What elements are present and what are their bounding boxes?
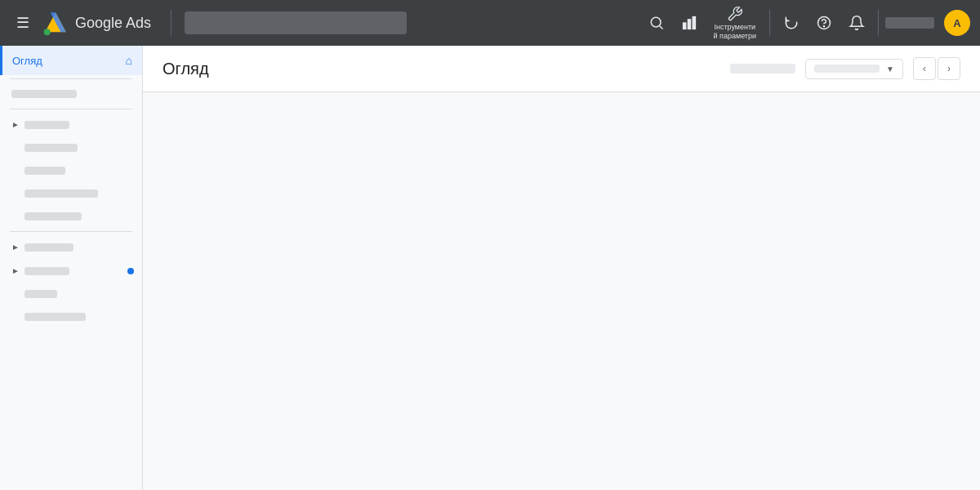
top-navigation: ☰ Google Ads [0,0,980,46]
top-search-bar[interactable] [185,11,407,34]
sidebar-item-6[interactable] [0,205,142,228]
main-layout: Огляд ⌂ ► [0,46,980,490]
svg-line-4 [659,26,662,29]
date-range-dropdown[interactable]: ▼ [805,59,903,79]
chevron-icon: ► [11,243,20,252]
prev-button[interactable]: ‹ [913,57,936,80]
header-actions: ▼ ‹ › [730,57,960,80]
app-title: Google Ads [75,15,151,32]
sidebar-label-bar [24,243,74,252]
notifications-button[interactable] [842,11,871,34]
sidebar-item-4[interactable] [0,159,142,182]
reports-icon [681,15,697,31]
sidebar-label-bar [24,290,57,298]
sidebar-label-bar [24,267,69,275]
content-area: Огляд ▼ ‹ › [143,46,980,490]
header-label-bar [730,64,795,74]
sidebar-item-overview[interactable]: Огляд ⌂ [0,46,142,75]
nav-arrows: ‹ › [913,57,960,80]
search-button[interactable] [642,11,671,34]
tools-label: Інструментий параметри [714,23,756,41]
nav-icon-divider [769,10,770,36]
account-name-bar [885,17,934,29]
sidebar-item-2[interactable]: ► [0,113,142,136]
google-ads-logo-icon [42,10,69,36]
dropdown-chevron-icon: ▼ [886,65,894,74]
notifications-icon [849,15,865,31]
content-body [143,92,980,490]
reports-button[interactable] [675,11,704,34]
sidebar-label-bar [24,313,86,321]
sidebar-label-bar [24,189,98,198]
sidebar: Огляд ⌂ ► [0,46,143,490]
nav-icons-group: Інструментий параметри A [642,2,970,44]
nav-divider [171,10,172,36]
sidebar-label-bar [24,167,65,175]
sidebar-overview-label: Огляд [12,55,42,67]
sidebar-item-10[interactable] [0,305,142,328]
sidebar-item-9[interactable] [0,283,142,305]
refresh-button[interactable] [777,11,806,34]
hamburger-menu-icon[interactable]: ☰ [10,7,36,38]
home-icon: ⌂ [126,54,132,67]
sidebar-label-bar [24,144,78,152]
svg-point-3 [651,17,661,27]
nav-icon-divider-2 [878,10,879,36]
sidebar-divider-2 [10,109,132,109]
sidebar-divider-3 [10,231,132,232]
sidebar-label-bar [24,121,69,129]
sidebar-item-1[interactable] [0,82,142,105]
svg-point-9 [823,26,824,27]
svg-rect-6 [688,20,690,29]
sidebar-label-bar [11,90,77,98]
tools-icon [727,6,743,22]
next-button[interactable]: › [938,57,960,80]
sidebar-item-8[interactable]: ► [0,259,142,283]
svg-rect-7 [693,17,695,29]
refresh-icon [783,15,800,31]
user-avatar[interactable]: A [944,10,970,36]
help-button[interactable] [809,11,839,34]
tools-button[interactable]: Інструментий параметри [707,2,763,44]
notification-dot [127,268,134,274]
sidebar-label-bar [24,212,82,220]
sidebar-item-7[interactable]: ► [0,235,142,259]
content-header: Огляд ▼ ‹ › [143,46,980,92]
help-icon [816,15,832,31]
svg-rect-5 [683,23,685,29]
sidebar-divider-1 [10,78,132,79]
sidebar-item-5[interactable] [0,182,142,205]
svg-point-2 [44,29,51,35]
dropdown-label-bar [814,65,880,73]
search-icon [648,15,665,31]
sidebar-item-3[interactable] [0,136,142,159]
page-title: Огляд [163,60,209,78]
chevron-icon: ► [11,120,20,129]
logo-area: Google Ads [42,10,151,36]
chevron-icon: ► [11,266,20,275]
